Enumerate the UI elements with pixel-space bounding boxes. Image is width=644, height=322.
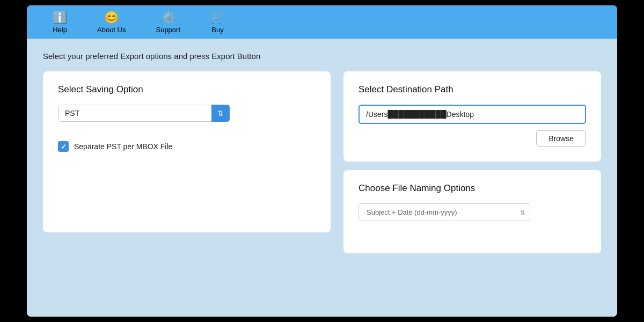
naming-options-select[interactable]: Subject + Date (dd-mm-yyyy) Subject Date… [358,203,530,221]
naming-panel: Choose File Naming Options Subject + Dat… [343,170,601,253]
support-icon: ⚙️ [161,11,175,25]
nav-item-about[interactable]: 😊 About Us [82,5,141,39]
destination-panel: Select Destination Path Browse [343,71,601,162]
saving-option-select[interactable]: PST MBOX EML MSG [58,105,230,122]
app-window: ℹ️ Help 😊 About Us ⚙️ Support 🛒 Buy Sele… [27,5,617,317]
checkmark-icon: ✓ [61,143,67,151]
destination-title: Select Destination Path [358,84,586,95]
browse-button[interactable]: Browse [536,130,586,147]
separate-pst-label: Separate PST per MBOX File [74,142,172,151]
left-panel: Select Saving Option PST MBOX EML MSG ⇅ … [43,71,331,232]
naming-select-wrapper: Subject + Date (dd-mm-yyyy) Subject Date… [358,203,530,221]
help-icon: ℹ️ [53,11,67,25]
nav-item-help[interactable]: ℹ️ Help [38,5,82,39]
top-nav: ℹ️ Help 😊 About Us ⚙️ Support 🛒 Buy [27,5,617,39]
nav-help-label: Help [53,26,67,34]
path-input-wrapper [358,105,586,124]
nav-support-label: Support [156,26,180,34]
destination-path-input[interactable] [358,105,586,124]
buy-icon: 🛒 [210,11,225,25]
nav-item-support[interactable]: ⚙️ Support [141,5,195,39]
panels-row: Select Saving Option PST MBOX EML MSG ⇅ … [43,71,601,253]
saving-option-select-wrapper: PST MBOX EML MSG ⇅ [58,105,230,122]
saving-option-title: Select Saving Option [58,84,316,95]
naming-title: Choose File Naming Options [358,183,586,194]
checkbox-row: ✓ Separate PST per MBOX File [58,141,316,152]
nav-buy-label: Buy [211,26,223,34]
right-panels: Select Destination Path Browse Choose Fi… [343,71,601,253]
separate-pst-checkbox[interactable]: ✓ [58,141,69,152]
nav-item-buy[interactable]: 🛒 Buy [195,5,240,39]
instruction-text: Select your preferred Export options and… [43,52,601,61]
browse-row: Browse [358,130,586,147]
about-icon: 😊 [104,11,119,25]
nav-about-label: About Us [97,26,126,34]
main-content: Select your preferred Export options and… [27,39,617,317]
